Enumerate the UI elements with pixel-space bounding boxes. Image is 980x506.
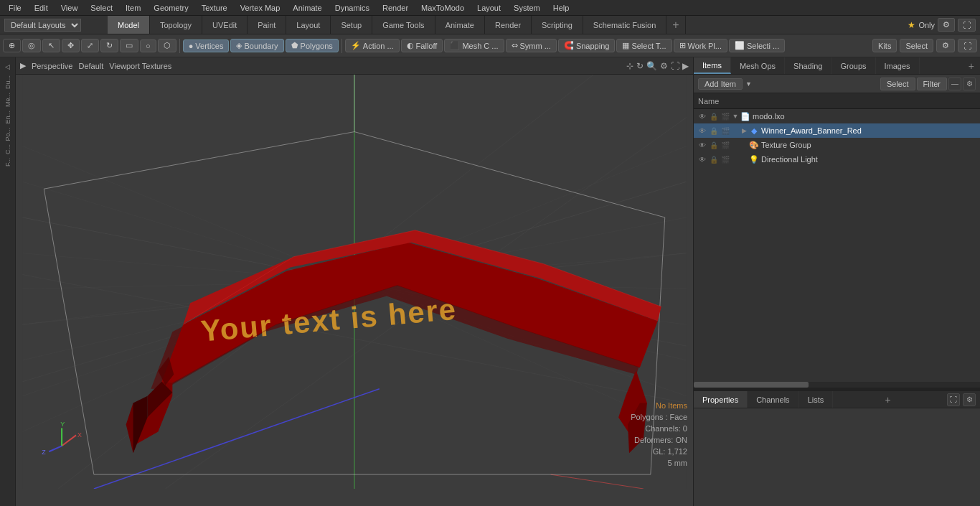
prop-settings-btn[interactable]: ⚙ <box>963 393 976 406</box>
tool-box[interactable]: ▭ <box>120 39 138 52</box>
tab-model[interactable]: Model <box>108 16 150 34</box>
item-render-light[interactable]: 🎬 <box>720 154 731 165</box>
item-modo[interactable]: 👁 🔒 🎬 ▼ 📄 modo.lxo <box>694 109 980 123</box>
viewport-ctrl-expand[interactable]: ⛶ <box>671 61 679 71</box>
menu-file[interactable]: File <box>3 2 27 14</box>
sidebar-label-mesh[interactable]: Me... <box>4 91 12 108</box>
items-tab-groups[interactable]: Groups <box>831 57 875 74</box>
layout-selector[interactable]: Default Layouts <box>4 19 81 32</box>
tool-circle[interactable]: ○ <box>140 39 156 52</box>
prop-expand-btn[interactable]: ⛶ <box>947 393 960 406</box>
mode-vertices[interactable]: ● Vertices <box>183 39 230 52</box>
menu-vertexmap[interactable]: Vertex Map <box>235 2 286 14</box>
tab-topology[interactable]: Topology <box>150 16 202 34</box>
kits-btn[interactable]: Kits <box>872 39 897 52</box>
item-expand-winner[interactable]: ▶ <box>740 126 748 135</box>
action-btn[interactable]: ⚡ Action ... <box>345 39 400 52</box>
select-btn[interactable]: Select <box>900 39 933 52</box>
viewport-expand[interactable]: ▶ <box>20 61 26 70</box>
selecti-btn[interactable]: ⬜ Selecti ... <box>729 39 785 52</box>
item-expand-modo[interactable]: ▼ <box>731 112 740 121</box>
sidebar-collapse[interactable]: ◁ <box>1 60 14 73</box>
item-texture[interactable]: 👁 🔒 🎬 ▶ 🎨 Texture Group <box>694 138 980 152</box>
item-lock-texture[interactable]: 🔒 <box>708 139 720 151</box>
settings-btn[interactable]: ⚙ <box>936 39 955 52</box>
viewport-shading[interactable]: Default <box>78 62 103 70</box>
item-render-texture[interactable]: 🎬 <box>720 139 731 151</box>
menu-help[interactable]: Help <box>547 2 575 14</box>
viewport-textures[interactable]: Viewport Textures <box>109 62 171 70</box>
items-settings-btn[interactable]: ⚙ <box>963 78 976 90</box>
tool-polygon[interactable]: ⬡ <box>158 39 176 52</box>
item-winner[interactable]: 👁 🔒 🎬 ▶ ◆ Winner_Award_Banner_Red <box>694 123 980 138</box>
filter-items-btn[interactable]: Filter <box>917 78 947 90</box>
menu-system[interactable]: System <box>508 2 546 14</box>
viewport-ctrl-rotate[interactable]: ↻ <box>636 61 644 71</box>
viewport-ctrl-zoom[interactable]: 🔍 <box>646 61 657 71</box>
sidebar-label-pol[interactable]: Po... <box>4 126 12 143</box>
menu-maxtomodo[interactable]: MaxToModo <box>415 2 470 14</box>
viewport-mode[interactable]: Perspective <box>32 62 72 70</box>
menu-render[interactable]: Render <box>377 2 414 14</box>
items-tab-shading[interactable]: Shading <box>785 57 831 74</box>
snapping-btn[interactable]: 🧲 Snapping <box>558 39 616 52</box>
items-tab-add[interactable]: + <box>963 57 980 74</box>
item-render-winner[interactable]: 🎬 <box>720 125 731 136</box>
items-tab-images[interactable]: Images <box>876 57 920 74</box>
menu-item[interactable]: Item <box>120 2 146 14</box>
menu-view[interactable]: View <box>55 2 84 14</box>
prop-tab-properties[interactable]: Properties <box>694 391 748 408</box>
items-tab-items[interactable]: Items <box>694 57 731 74</box>
add-item-dropdown[interactable]: ▼ <box>745 80 752 88</box>
tab-layout[interactable]: Layout <box>286 16 331 34</box>
menu-geometry[interactable]: Geometry <box>148 2 194 14</box>
fullscreen-btn[interactable]: ⛶ <box>958 39 977 52</box>
layout-fullscreen-btn[interactable]: ⛶ <box>958 19 976 32</box>
tab-scripting[interactable]: Scripting <box>532 16 583 34</box>
sidebar-label-dup[interactable]: Du... <box>4 74 12 90</box>
tab-gametools[interactable]: Game Tools <box>372 16 435 34</box>
mode-boundary[interactable]: ◈ Boundary <box>230 39 283 52</box>
prop-tab-add[interactable]: + <box>880 391 897 408</box>
tab-paint[interactable]: Paint <box>248 16 286 34</box>
menu-texture[interactable]: Texture <box>196 2 233 14</box>
menu-layout[interactable]: Layout <box>471 2 507 14</box>
item-vis-light[interactable]: 👁 <box>697 154 708 165</box>
tab-uvedit[interactable]: UVEdit <box>202 16 248 34</box>
tool-select[interactable]: ⊕ <box>3 39 21 52</box>
tab-render[interactable]: Render <box>485 16 532 34</box>
item-lock-light[interactable]: 🔒 <box>708 154 720 165</box>
workpl-btn[interactable]: ⊞ Work Pl... <box>674 39 727 52</box>
tool-move[interactable]: ✥ <box>62 39 80 52</box>
tab-add[interactable]: + <box>666 16 685 34</box>
viewport-ctrl-gear[interactable]: ⚙ <box>660 61 668 71</box>
select-items-btn[interactable]: Select <box>880 78 915 90</box>
menu-animate[interactable]: Animate <box>287 2 327 14</box>
item-vis-modo[interactable]: 👁 <box>697 111 708 122</box>
tool-target[interactable]: ◎ <box>22 39 41 52</box>
tab-animate[interactable]: Animate <box>435 16 485 34</box>
item-light[interactable]: 👁 🔒 🎬 ▶ 💡 Directional Light <box>694 152 980 167</box>
item-lock-winner[interactable]: 🔒 <box>708 125 720 136</box>
items-scrollbar[interactable] <box>694 382 980 388</box>
viewport-ctrl-move[interactable]: ⊹ <box>626 61 633 71</box>
selectt-btn[interactable]: ▦ Select T... <box>616 39 672 52</box>
tool-rotate[interactable]: ↻ <box>100 39 118 52</box>
item-render-modo[interactable]: 🎬 <box>720 111 731 122</box>
layout-settings-btn[interactable]: ⚙ <box>938 18 955 32</box>
sidebar-label-f[interactable]: F... <box>4 156 12 168</box>
viewport-ctrl-chevron[interactable]: ▶ <box>682 61 689 71</box>
items-scrollbar-thumb[interactable] <box>694 382 809 388</box>
sidebar-label-env[interactable]: En... <box>4 109 12 126</box>
prop-tab-lists[interactable]: Lists <box>799 391 834 408</box>
add-item-btn[interactable]: Add Item <box>698 78 743 90</box>
prop-tab-channels[interactable]: Channels <box>748 391 798 408</box>
item-lock-modo[interactable]: 🔒 <box>708 111 720 122</box>
menu-dynamics[interactable]: Dynamics <box>329 2 375 14</box>
tab-schematic[interactable]: Schematic Fusion <box>583 16 666 34</box>
viewport[interactable]: ▶ Perspective Default Viewport Textures … <box>16 57 693 506</box>
menu-select[interactable]: Select <box>85 2 118 14</box>
tool-arrow[interactable]: ↖ <box>42 39 60 52</box>
item-vis-texture[interactable]: 👁 <box>697 139 708 151</box>
sidebar-label-c[interactable]: C... <box>4 143 12 156</box>
